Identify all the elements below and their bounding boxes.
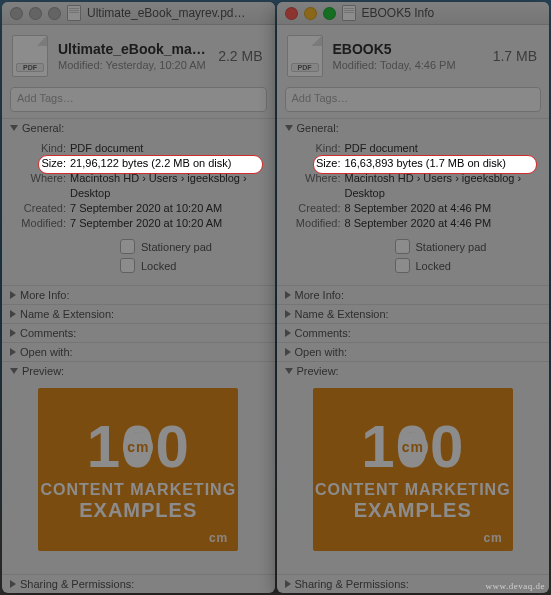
tags-input[interactable]: Add Tags…	[10, 87, 267, 112]
kind-value: PDF document	[70, 141, 143, 156]
disclosure-right-icon	[10, 291, 16, 299]
watermark: www.devaq.de	[486, 581, 545, 591]
file-header: Ultimate_eBook_mayr… Modified: Yesterday…	[2, 25, 275, 87]
document-icon	[67, 5, 81, 21]
section-comments[interactable]: Comments:	[277, 324, 550, 342]
size-label: Size:	[16, 156, 70, 171]
titlebar[interactable]: Ultimate_eBook_mayrev.pd…	[2, 2, 275, 25]
kind-value: PDF document	[345, 141, 418, 156]
file-size-summary: 1.7 MB	[493, 48, 537, 64]
modified-value: 7 September 2020 at 10:20 AM	[70, 216, 222, 231]
section-general-header[interactable]: General:	[277, 119, 550, 137]
section-open-with[interactable]: Open with:	[277, 343, 550, 361]
tags-input[interactable]: Add Tags…	[285, 87, 542, 112]
disclosure-right-icon	[285, 310, 291, 318]
size-value: 21,96,122 bytes (2.2 MB on disk)	[70, 156, 231, 171]
file-header: EBOOK5 Modified: Today, 4:46 PM 1.7 MB	[277, 25, 550, 87]
minimize-button[interactable]	[304, 7, 317, 20]
created-label: Created:	[16, 201, 70, 216]
size-value: 16,63,893 bytes (1.7 MB on disk)	[345, 156, 506, 171]
stationery-checkbox-row[interactable]: Stationery pad	[16, 237, 261, 256]
pdf-file-icon	[12, 35, 48, 77]
close-button[interactable]	[285, 7, 298, 20]
document-icon	[342, 5, 356, 21]
disclosure-right-icon	[285, 580, 291, 588]
preview-thumbnail[interactable]: 10cm0 CONTENT MARKETING EXAMPLES cm	[38, 388, 238, 551]
cm-badge-icon: cm	[123, 432, 153, 462]
close-button[interactable]	[10, 7, 23, 20]
created-value: 7 September 2020 at 10:20 AM	[70, 201, 222, 216]
file-name: Ultimate_eBook_mayr…	[58, 41, 208, 57]
checkbox-icon[interactable]	[395, 258, 410, 273]
disclosure-down-icon	[285, 368, 293, 374]
cm-badge-icon: cm	[398, 432, 428, 462]
info-window-right: EBOOK5 Info EBOOK5 Modified: Today, 4:46…	[277, 2, 550, 593]
tags-placeholder: Add Tags…	[292, 92, 349, 104]
modified-label: Modified:	[16, 216, 70, 231]
section-comments[interactable]: Comments:	[2, 324, 275, 342]
section-more-info[interactable]: More Info:	[277, 286, 550, 304]
zoom-button[interactable]	[323, 7, 336, 20]
where-value: Macintosh HD › Users › igeeksblog › Desk…	[70, 171, 261, 201]
checkbox-icon[interactable]	[120, 239, 135, 254]
locked-checkbox-row[interactable]: Locked	[291, 256, 536, 275]
disclosure-right-icon	[285, 329, 291, 337]
window-title: Ultimate_eBook_mayrev.pd…	[87, 6, 246, 20]
section-name-extension[interactable]: Name & Extension:	[2, 305, 275, 323]
created-value: 8 September 2020 at 4:46 PM	[345, 201, 492, 216]
locked-checkbox-row[interactable]: Locked	[16, 256, 261, 275]
disclosure-right-icon	[10, 348, 16, 356]
disclosure-right-icon	[10, 329, 16, 337]
section-general-body: Kind: PDF document Size: 16,63,893 bytes…	[277, 137, 550, 285]
section-preview-header[interactable]: Preview:	[2, 362, 275, 380]
traffic-lights	[285, 7, 336, 20]
modified-summary: Modified: Today, 4:46 PM	[333, 59, 483, 71]
preview-thumbnail[interactable]: 10cm0 CONTENT MARKETING EXAMPLES cm	[313, 388, 513, 551]
stationery-checkbox-row[interactable]: Stationery pad	[291, 237, 536, 256]
kind-label: Kind:	[291, 141, 345, 156]
info-window-left: Ultimate_eBook_mayrev.pd… Ultimate_eBook…	[2, 2, 275, 593]
section-general-header[interactable]: General:	[2, 119, 275, 137]
disclosure-right-icon	[285, 291, 291, 299]
pdf-file-icon	[287, 35, 323, 77]
preview-body: 10cm0 CONTENT MARKETING EXAMPLES cm	[277, 380, 550, 561]
window-title: EBOOK5 Info	[362, 6, 435, 20]
disclosure-down-icon	[10, 368, 18, 374]
modified-label: Modified:	[291, 216, 345, 231]
section-sharing-permissions[interactable]: Sharing & Permissions:	[2, 575, 275, 593]
file-size-summary: 2.2 MB	[218, 48, 262, 64]
disclosure-down-icon	[10, 125, 18, 131]
disclosure-down-icon	[285, 125, 293, 131]
disclosure-right-icon	[10, 580, 16, 588]
tags-placeholder: Add Tags…	[17, 92, 74, 104]
disclosure-right-icon	[285, 348, 291, 356]
section-preview-header[interactable]: Preview:	[277, 362, 550, 380]
where-value: Macintosh HD › Users › igeeksblog › Desk…	[345, 171, 536, 201]
minimize-button[interactable]	[29, 7, 42, 20]
traffic-lights	[10, 7, 61, 20]
zoom-button[interactable]	[48, 7, 61, 20]
disclosure-right-icon	[10, 310, 16, 318]
section-more-info[interactable]: More Info:	[2, 286, 275, 304]
kind-label: Kind:	[16, 141, 70, 156]
size-label: Size:	[291, 156, 345, 171]
file-name: EBOOK5	[333, 41, 483, 57]
created-label: Created:	[291, 201, 345, 216]
modified-summary: Modified: Yesterday, 10:20 AM	[58, 59, 208, 71]
section-name-extension[interactable]: Name & Extension:	[277, 305, 550, 323]
section-general-body: Kind: PDF document Size: 21,96,122 bytes…	[2, 137, 275, 285]
section-open-with[interactable]: Open with:	[2, 343, 275, 361]
titlebar[interactable]: EBOOK5 Info	[277, 2, 550, 25]
checkbox-icon[interactable]	[395, 239, 410, 254]
modified-value: 8 September 2020 at 4:46 PM	[345, 216, 492, 231]
preview-body: 10cm0 CONTENT MARKETING EXAMPLES cm	[2, 380, 275, 561]
checkbox-icon[interactable]	[120, 258, 135, 273]
